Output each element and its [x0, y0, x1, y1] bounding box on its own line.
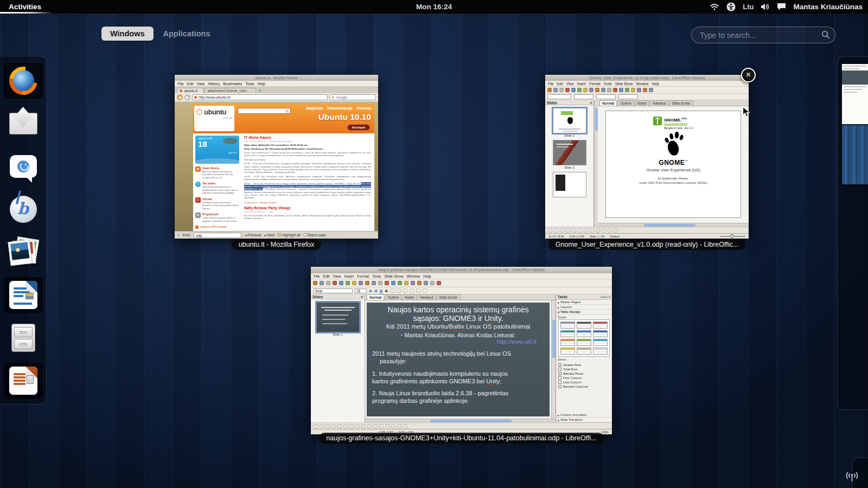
new-tab-button: + — [257, 88, 263, 93]
accessibility-icon[interactable] — [726, 2, 736, 11]
menu-item: Slide Show — [615, 82, 633, 86]
ubuntu-logo-icon — [196, 109, 202, 115]
wifi-icon[interactable] — [710, 3, 719, 11]
workspace-thumbnail[interactable] — [842, 64, 868, 184]
slide-body: 2011 metų naujovės atvirų technologijų b… — [372, 350, 544, 365]
dash-item-shotwell[interactable] — [4, 234, 43, 270]
byline: by Salahuddin Pasha, — [639, 176, 707, 181]
section-title: Tau padės — [202, 182, 239, 185]
chat-bubble-icon[interactable] — [777, 3, 786, 11]
drawing-toolbar — [311, 422, 612, 429]
dash-item-firefox[interactable] — [4, 63, 43, 99]
slide-number: Slide 1 / 20 — [590, 235, 605, 238]
table-style-swatch — [593, 348, 608, 355]
view-tab-slide-sorter: Slide Sorter — [669, 100, 693, 106]
slide-canvas: Naujos kartos operacinių sistemų grafinė… — [367, 303, 550, 416]
keyboard-layout-indicator[interactable]: Ltu — [743, 3, 754, 11]
impress-format-toolbar: Arial 18 A A A A — [311, 287, 612, 294]
font-name-select: Arial — [314, 288, 353, 293]
comments-link: 2 komentarai — [244, 201, 258, 204]
dash-item-banshee[interactable]: b — [4, 191, 43, 227]
table-styles-grid — [558, 319, 610, 357]
slide-thumbnail-1 — [316, 302, 360, 332]
firefox-menubar: File Edit View History Bookmarks Tools H… — [175, 81, 378, 87]
firefox-titlebar: ubuntu.lt - Mozilla Firefox — [175, 75, 378, 81]
help-icon: ? — [195, 182, 201, 187]
window-impress-lithuanian[interactable]: naujos-grafines-sasajos-GNOME3+Unity+kit… — [311, 267, 612, 434]
highlighter-icon — [278, 233, 281, 236]
sidebar: ubuntu 11.04 18 days left ✸ Gauk Ubuntu … — [193, 133, 241, 231]
nav-link: Forumas — [357, 106, 372, 110]
table-style-swatch — [593, 339, 608, 346]
search-icon — [821, 30, 830, 41]
article-links: 2 komentarai Skaityti daugiau — [244, 201, 371, 204]
slides-panel: Slides× Slide 1 — [311, 294, 365, 422]
tab-windows[interactable]: Windows — [101, 27, 154, 41]
view-tab-normal: Normal — [599, 100, 617, 106]
vertical-scrollbar — [551, 300, 556, 419]
dash-item-file-manager[interactable] — [4, 320, 43, 356]
tab-close-icon: × — [199, 89, 201, 93]
window-firefox[interactable]: ubuntu.lt - Mozilla Firefox File Edit Vi… — [175, 75, 378, 239]
user-menu[interactable]: Mantas Kriaučiūnas — [793, 3, 863, 11]
menu-item: View — [333, 274, 341, 278]
rss-icon — [195, 226, 199, 229]
nav-link: Naujienos — [306, 106, 323, 110]
tasks-view-menu: view ▾ — [601, 295, 610, 299]
checkbox-banded-columns: Banded Columns — [558, 385, 610, 388]
checkbox-header-row: ✓Header Row — [558, 363, 610, 367]
menu-item: Insert — [344, 274, 354, 278]
nav-link: Dokumentacija — [327, 106, 352, 110]
impress-menubar: File Edit View Insert Format Tools Slide… — [311, 273, 612, 279]
countdown-suffix: days left — [228, 151, 237, 154]
dash-item-libreoffice-writer[interactable] — [4, 277, 43, 313]
search-input[interactable] — [691, 27, 835, 43]
slides-panel-title: Slides — [312, 295, 323, 299]
volume-icon[interactable] — [761, 3, 770, 11]
sidebar-section: ✸ Gauk Ubuntu Atsisiųsk Ubuntu nemokamai… — [195, 166, 239, 179]
menu-item: Format — [589, 82, 601, 86]
url-text: http://www.ubuntu.lt/ — [199, 95, 231, 99]
menu-item: Help — [652, 82, 659, 86]
highlight-all-button: Highlight all — [278, 233, 300, 237]
show-label: Show — [556, 357, 612, 362]
tasks-panel: Tasksview ▾ ▸Master Pages ▸Layouts ▾Tabl… — [556, 294, 612, 422]
article-meta: Pen, 2011-04-08 10:17 — das — [244, 210, 371, 213]
article-column: IT diena Kaune Pen, 2011-04-08 15:17 — Š… — [241, 133, 374, 231]
tasks-section-table-design: ▾Table Design — [556, 310, 612, 314]
slides-panel-title: Slides — [547, 101, 557, 105]
ubuntu-brand: ubuntu — [204, 108, 226, 116]
tab-applications[interactable]: Applications — [163, 29, 210, 38]
article-paragraph: Šių metų balandžio 29 dieną, penktadienį… — [244, 214, 371, 220]
dash-item-evolution[interactable] — [4, 106, 43, 142]
window-close-button[interactable]: × — [741, 68, 756, 82]
overview-view-tabs: Windows Applications — [101, 27, 210, 41]
browser-tab: attachment:Gnome_User... × — [205, 88, 256, 93]
slide-caption: Slide 1 — [311, 333, 365, 336]
article-title: IT diena Kaune — [244, 136, 371, 139]
zoom-slider — [720, 236, 745, 237]
rss-link: naujienos (RSS srautas) — [195, 226, 239, 229]
ubuntu-logo-card: ubuntu Lietuvoje — [194, 106, 234, 131]
view-tab-bar: Normal Outline Notes Handout Slide Sorte… — [365, 294, 556, 300]
slide-list-item: 2. Nauja Linux branduolio laida 2.6.38 -… — [372, 390, 544, 405]
slide-title-line: sąsajos: GNOME3 ir Unity. — [372, 314, 544, 323]
cursor-position: 11.72 / 8.46 — [548, 235, 564, 238]
release-countdown: ubuntu 11.04 18 days left — [195, 136, 239, 164]
find-close-icon: × — [177, 233, 180, 237]
dash-item-empathy[interactable] — [4, 149, 43, 184]
libreoffice-writer-icon — [9, 281, 37, 309]
broadcast-antenna-icon[interactable] — [845, 470, 859, 484]
window-impress-gnome-ux[interactable]: Gnome_User_Experience_v1.0.odp (read-onl… — [545, 75, 749, 239]
slide-list-item: 1. Intuityvesnis naudojimasis kompiuteri… — [372, 370, 544, 386]
menu-item: Window — [636, 82, 648, 86]
gnome-foot-logo — [662, 132, 684, 159]
license-line: under GNU Free Documentation License (GF… — [639, 181, 707, 185]
dash-item-libreoffice-impress[interactable] — [4, 363, 43, 399]
site-nav: Naujienos Dokumentacija Forumas — [306, 106, 372, 110]
dash: b — [0, 56, 47, 404]
empathy-chat-icon — [10, 155, 37, 178]
workspace-selector[interactable] — [837, 56, 868, 410]
article-paragraph: Kaune vyks konferencija IT Diena, kurioj… — [244, 151, 371, 157]
article-bold-line: Vieta: Studentų g. 50, 102 auditorija (K… — [244, 147, 371, 150]
